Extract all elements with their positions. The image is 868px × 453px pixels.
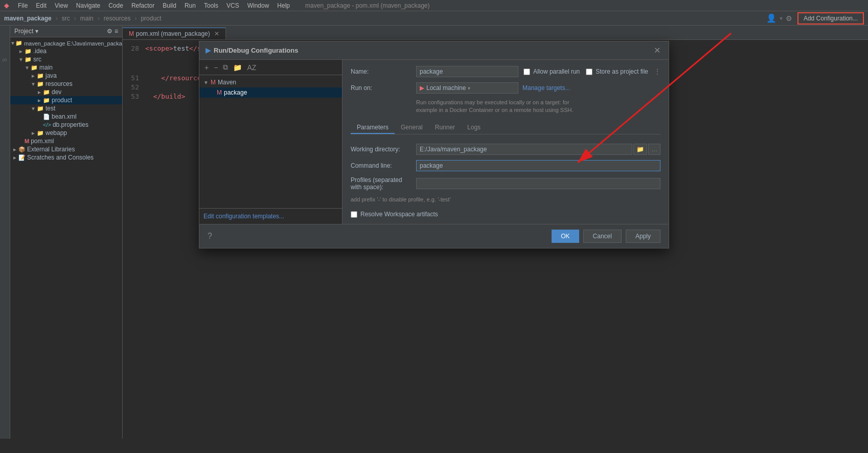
apply-button[interactable]: Apply — [626, 230, 660, 243]
resolve-workspace-checkbox[interactable] — [351, 211, 357, 218]
run-debug-dialog: ▶ Run/Debug Configurations ✕ + − ⧉ 📁 AZ … — [199, 41, 669, 248]
store-project-row: Store as project file — [586, 68, 648, 75]
dialog-help-button[interactable]: ? — [208, 232, 212, 241]
profiles-hint: add prefix '-' to disable profile, e.g. … — [351, 196, 660, 203]
cancel-button[interactable]: Cancel — [583, 230, 622, 243]
edit-config-templates-link[interactable]: Edit configuration templates... — [199, 208, 342, 224]
resolve-workspace-label: Resolve Workspace artifacts — [360, 211, 438, 218]
command-line-input[interactable] — [416, 160, 660, 171]
remove-config-button[interactable]: − — [212, 62, 220, 73]
config-tree-maven[interactable]: ▼ M Maven — [199, 77, 342, 87]
allow-parallel-row: Allow parallel run — [523, 68, 580, 75]
name-input[interactable] — [416, 66, 518, 77]
dialog-right-panel: Name: Allow parallel run Store as projec… — [342, 60, 669, 224]
tab-parameters[interactable]: Parameters — [351, 122, 395, 134]
working-dir-input-group: 📁 … — [416, 144, 660, 155]
more-options-icon[interactable]: ⋮ — [654, 68, 660, 75]
profiles-row: Profiles (separated with space): — [351, 176, 660, 191]
dialog-title: ▶ Run/Debug Configurations — [205, 47, 298, 54]
tab-runner[interactable]: Runner — [429, 122, 461, 134]
store-project-label: Store as project file — [596, 68, 648, 75]
add-config-tree-button[interactable]: + — [202, 62, 211, 73]
folder-config-button[interactable]: 📁 — [231, 62, 244, 73]
dialog-footer: ? OK Cancel Apply — [199, 224, 669, 248]
help-text: Run configurations may be executed local… — [416, 99, 660, 115]
run-on-select[interactable]: ▶ Local machine ▾ — [416, 82, 518, 94]
dialog-body: + − ⧉ 📁 AZ ▼ M Maven M package — [199, 60, 669, 224]
run-on-row: Run on: ▶ Local machine ▾ Manage targets… — [351, 82, 660, 94]
params-section: Working directory: 📁 … Command line: — [351, 140, 660, 218]
allow-parallel-checkbox[interactable] — [523, 69, 530, 75]
resolve-row: Resolve Workspace artifacts — [351, 211, 660, 218]
tab-general[interactable]: General — [395, 122, 429, 134]
local-machine-icon: ▶ — [420, 84, 424, 92]
run-on-chevron: ▾ — [468, 85, 470, 91]
run-icon: ▶ — [205, 47, 211, 54]
dialog-overlay: ▶ Run/Debug Configurations ✕ + − ⧉ 📁 AZ … — [0, 0, 868, 453]
dialog-footer-buttons: OK Cancel Apply — [552, 230, 660, 243]
dialog-toolbar: + − ⧉ 📁 AZ — [199, 60, 342, 75]
store-project-checkbox[interactable] — [586, 69, 592, 75]
profiles-input[interactable] — [416, 178, 660, 189]
working-dir-row: Working directory: 📁 … — [351, 144, 660, 155]
sort-config-button[interactable]: AZ — [245, 62, 258, 73]
name-row: Name: Allow parallel run Store as projec… — [351, 66, 660, 77]
dialog-close-button[interactable]: ✕ — [652, 46, 663, 55]
working-dir-macro-button[interactable]: … — [648, 144, 660, 155]
run-on-value: Local machine — [426, 84, 466, 92]
config-tabs: Parameters General Runner Logs — [351, 122, 660, 134]
copy-config-button[interactable]: ⧉ — [221, 62, 230, 73]
working-dir-browse-button[interactable]: 📁 — [633, 144, 647, 155]
dialog-left-panel: + − ⧉ 📁 AZ ▼ M Maven M package — [199, 60, 342, 224]
config-tree: ▼ M Maven M package — [199, 75, 342, 208]
dialog-title-bar: ▶ Run/Debug Configurations ✕ — [199, 41, 669, 60]
command-line-row: Command line: — [351, 160, 660, 171]
allow-parallel-label: Allow parallel run — [533, 68, 580, 75]
config-tree-package[interactable]: M package — [199, 87, 342, 98]
manage-targets-link[interactable]: Manage targets... — [522, 84, 570, 92]
working-dir-input[interactable] — [416, 144, 632, 155]
tab-logs[interactable]: Logs — [461, 122, 487, 134]
ok-button[interactable]: OK — [552, 230, 579, 243]
